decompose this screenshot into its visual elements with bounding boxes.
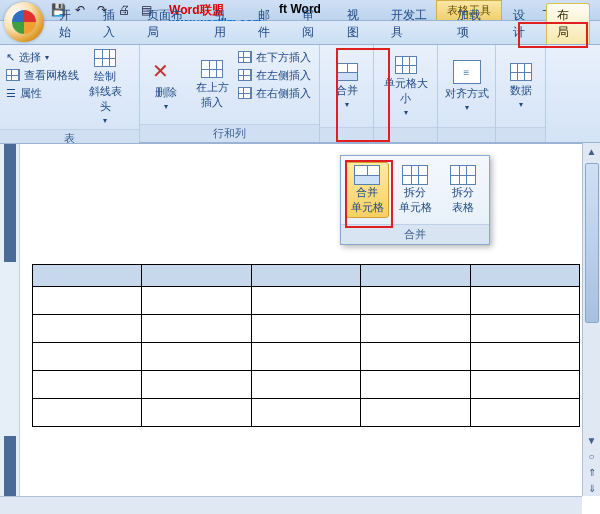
table-row[interactable] (33, 371, 580, 399)
vertical-ruler[interactable] (0, 144, 20, 496)
table-row[interactable] (33, 343, 580, 371)
alignment-button[interactable]: ≡ 对齐方式 (444, 49, 489, 123)
group-table: ↖选择▾ 查看网格线 ☰属性 绘制 斜线表头 表 (0, 45, 140, 142)
table-row[interactable] (33, 399, 580, 427)
cellsize-icon (395, 56, 417, 74)
tab-mailings[interactable]: 邮件 (247, 3, 291, 44)
prev-page-icon[interactable]: ⇑ (588, 464, 596, 480)
document-page[interactable] (20, 144, 582, 496)
insert-below-button[interactable]: 在下方插入 (238, 49, 311, 65)
tab-design[interactable]: 设计 (502, 3, 546, 44)
view-gridlines-button[interactable]: 查看网格线 (6, 67, 79, 83)
insert-right-icon (238, 87, 252, 99)
tab-review[interactable]: 审阅 (291, 3, 335, 44)
dropdown-group-label: 合并 (341, 224, 489, 244)
table-draw-icon (94, 49, 116, 67)
group-label-rowcol: 行和列 (140, 124, 319, 142)
select-button[interactable]: ↖选择▾ (6, 49, 79, 65)
tab-developer[interactable]: 开发工具 (380, 3, 446, 44)
ribbon-tabs: 开始 插入 页面布局 引用 邮件 审阅 视图 开发工具 加载项 设计 布局 (0, 21, 600, 45)
next-page-icon[interactable]: ⇓ (588, 480, 596, 496)
draw-diagonal-header-button[interactable]: 绘制 斜线表头 (85, 49, 125, 125)
tab-home[interactable]: 开始 (48, 3, 92, 44)
group-align: ≡ 对齐方式 (438, 45, 496, 142)
horizontal-scrollbar[interactable] (0, 496, 582, 514)
split-cells-option[interactable]: 拆分 单元格 (393, 162, 437, 218)
split-table-option[interactable]: 拆分 表格 (441, 162, 485, 218)
group-label-align (438, 127, 495, 142)
browse-object-icon[interactable]: ○ (588, 448, 594, 464)
merge-split-button[interactable]: 合并 (326, 49, 367, 123)
group-data: 数据 (496, 45, 546, 142)
delete-button[interactable]: ✕ 删除 (146, 49, 186, 120)
merge-cells-icon (354, 165, 380, 185)
merge-cells-option[interactable]: 合并 单元格 (345, 162, 389, 218)
delete-icon: ✕ (152, 59, 180, 83)
group-rows-cols: ✕ 删除 在上方 插入 在下方插入 在左侧插入 在右侧插入 行和列 (140, 45, 320, 142)
tab-pagelayout[interactable]: 页面布局 (136, 3, 202, 44)
group-label-merge (320, 127, 373, 142)
tab-view[interactable]: 视图 (336, 3, 380, 44)
properties-button[interactable]: ☰属性 (6, 85, 79, 101)
scroll-thumb[interactable] (585, 163, 599, 323)
group-cellsize: 单元格大小 (374, 45, 438, 142)
scroll-down-icon[interactable]: ▼ (587, 432, 597, 448)
insert-left-icon (238, 69, 252, 81)
split-cells-icon (402, 165, 428, 185)
tab-insert[interactable]: 插入 (92, 3, 136, 44)
ribbon: ↖选择▾ 查看网格线 ☰属性 绘制 斜线表头 表 ✕ 删除 在上方 插入 在下方… (0, 45, 600, 143)
tab-addins[interactable]: 加载项 (446, 3, 501, 44)
document-area (0, 143, 582, 496)
table-row[interactable] (33, 287, 580, 315)
merge-dropdown-panel: 合并 单元格 拆分 单元格 拆分 表格 合并 (340, 155, 490, 245)
office-button[interactable] (4, 2, 44, 42)
scroll-up-icon[interactable]: ▲ (587, 143, 597, 159)
group-label-data (496, 127, 545, 142)
cursor-icon: ↖ (6, 51, 15, 64)
vertical-scrollbar[interactable]: ▲ ▼ ○ ⇑ ⇓ (582, 143, 600, 496)
insert-right-button[interactable]: 在右侧插入 (238, 85, 311, 101)
data-icon (510, 63, 532, 81)
properties-icon: ☰ (6, 87, 16, 100)
table-row[interactable] (33, 315, 580, 343)
tab-references[interactable]: 引用 (203, 3, 247, 44)
insert-below-icon (238, 51, 252, 63)
grid-icon (6, 69, 20, 81)
data-button[interactable]: 数据 (502, 49, 539, 123)
split-table-icon (450, 165, 476, 185)
cell-size-button[interactable]: 单元格大小 (382, 49, 430, 123)
insert-left-button[interactable]: 在左侧插入 (238, 67, 311, 83)
tab-layout[interactable]: 布局 (546, 3, 590, 44)
group-label-cellsize (374, 127, 437, 142)
merge-icon (336, 63, 358, 81)
table-row[interactable] (33, 265, 580, 287)
alignment-icon: ≡ (453, 60, 481, 84)
document-table[interactable] (32, 264, 580, 427)
insert-above-button[interactable]: 在上方 插入 (192, 49, 232, 120)
group-merge: 合并 (320, 45, 374, 142)
insert-above-icon (201, 60, 223, 78)
